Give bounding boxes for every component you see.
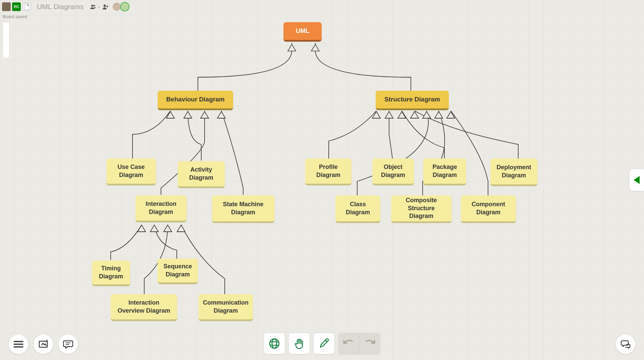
collaborator-2[interactable]: [120, 2, 129, 11]
avatar-user1[interactable]: [2, 2, 11, 11]
node-component[interactable]: Component Diagram: [461, 195, 516, 223]
tool-hand[interactable]: [289, 333, 310, 354]
node-usecase[interactable]: Use Case Diagram: [106, 159, 156, 185]
header-bar: PC UML Diagrams ‹‹: [2, 2, 129, 11]
right-panel-toggle[interactable]: [629, 169, 644, 191]
node-sequence[interactable]: Sequence Diagram: [158, 259, 198, 284]
node-interaction[interactable]: Interaction Diagram: [136, 195, 186, 222]
tool-globe[interactable]: [264, 333, 285, 354]
node-package[interactable]: Package Diagram: [423, 159, 466, 185]
avatar-user2[interactable]: PC: [12, 2, 21, 11]
undo-redo-group: [338, 333, 380, 354]
canvas[interactable]: UML Behaviour Diagram Structure Diagram …: [0, 0, 644, 360]
node-profile[interactable]: Profile Diagram: [305, 159, 352, 185]
chevron-left-icon: ‹‹: [98, 4, 99, 9]
node-statemachine[interactable]: State Machine Diagram: [212, 195, 274, 223]
add-user-icon[interactable]: [102, 3, 109, 10]
tool-pencil[interactable]: [314, 333, 334, 354]
triangle-left-icon: [634, 176, 640, 184]
node-object[interactable]: Object Diagram: [372, 159, 414, 185]
node-behaviour[interactable]: Behaviour Diagram: [158, 91, 233, 110]
board-title[interactable]: UML Diagrams: [37, 3, 84, 11]
redo-button[interactable]: [359, 333, 380, 354]
node-deployment[interactable]: Deployment Diagram: [490, 159, 537, 186]
svg-point-22: [272, 339, 277, 348]
node-structure[interactable]: Structure Diagram: [376, 91, 449, 110]
export-button[interactable]: [34, 334, 53, 354]
people-icon[interactable]: [90, 3, 97, 10]
undo-button[interactable]: [338, 333, 359, 354]
node-composite[interactable]: Composite Structure Diagram: [391, 195, 451, 223]
node-communication[interactable]: Communication Diagram: [199, 294, 253, 321]
svg-point-2: [103, 5, 106, 7]
node-interactionov[interactable]: Interaction Overview Diagram: [111, 294, 177, 321]
menu-button[interactable]: [9, 334, 28, 354]
svg-point-21: [270, 339, 279, 348]
node-class[interactable]: Class Diagram: [335, 195, 380, 223]
node-activity[interactable]: Activity Diagram: [178, 161, 225, 188]
svg-point-1: [94, 5, 95, 7]
svg-point-0: [91, 5, 93, 7]
left-panel-tabs[interactable]: [3, 22, 9, 58]
file-icon[interactable]: [23, 3, 31, 11]
chat-button[interactable]: [616, 334, 635, 354]
node-timing[interactable]: Timing Diagram: [92, 261, 130, 286]
comment-button[interactable]: [58, 334, 78, 354]
node-uml[interactable]: UML: [283, 22, 322, 42]
